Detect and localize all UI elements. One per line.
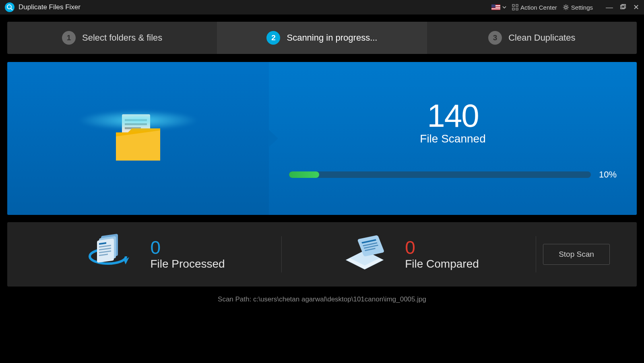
svg-rect-21 [97,238,114,263]
progress-percent: 10% [599,169,617,180]
progress-fill [289,171,319,178]
step-label: Select folders & files [82,33,162,43]
settings-button[interactable]: Settings [563,4,593,11]
step-number: 2 [266,31,280,45]
action-center-button[interactable]: Action Center [512,4,557,11]
svg-rect-9 [512,8,514,10]
minimize-button[interactable]: — [606,4,613,11]
progress-bar [289,171,591,178]
svg-rect-8 [516,4,518,6]
processed-label: File Processed [150,258,225,270]
stop-scan-button[interactable]: Stop Scan [543,244,610,265]
compared-label: File Compared [405,258,479,270]
gear-icon [563,4,569,10]
maximize-button[interactable] [620,4,626,11]
step-number: 3 [488,31,502,45]
processed-icon [84,232,136,276]
panel-arrow-icon [268,130,278,147]
svg-line-1 [11,8,12,10]
app-logo-icon [5,2,14,12]
svg-point-11 [565,6,567,8]
app-title: Duplicate Files Fixer [19,3,80,11]
chevron-down-icon [502,6,506,8]
files-scanned-count: 140 [427,97,478,134]
svg-rect-7 [512,4,514,6]
scan-glow-icon [78,110,198,130]
svg-rect-5 [491,8,500,9]
scan-path: Scan Path: c:\users\chetan agarwal\deskt… [7,295,637,303]
step-select-folders[interactable]: 1 Select folders & files [7,22,217,54]
files-scanned-label: File Scanned [420,132,485,145]
step-label: Clean Duplicates [508,33,575,43]
settings-label: Settings [571,4,593,11]
step-number: 1 [62,31,76,45]
action-center-label: Action Center [520,4,557,11]
svg-rect-10 [516,8,518,10]
language-selector[interactable] [491,4,506,10]
processed-value: 0 [150,238,225,257]
scan-panel: 140 File Scanned 10% [7,62,637,215]
scan-status-panel: 140 File Scanned 10% [269,62,637,215]
title-bar: Duplicate Files Fixer Action Center Sett… [0,0,644,14]
scan-path-value: c:\users\chetan agarwal\desktop\101canon… [253,295,426,303]
svg-point-0 [7,5,11,9]
compared-icon [339,232,391,276]
step-label: Scanning in progress... [287,33,377,43]
compared-value: 0 [405,238,479,257]
svg-rect-6 [491,4,495,8]
step-clean-duplicates[interactable]: 3 Clean Duplicates [427,22,637,54]
step-scanning[interactable]: 2 Scanning in progress... [217,22,427,54]
scan-path-prefix: Scan Path: [218,295,253,303]
scan-illustration-panel [7,62,269,215]
stat-files-processed: 0 File Processed [27,232,281,276]
wizard-steps: 1 Select folders & files 2 Scanning in p… [7,22,637,54]
stats-panel: 0 File Processed [7,222,637,287]
close-button[interactable]: ✕ [633,4,639,11]
grid-icon [512,4,518,10]
flag-us-icon [491,4,500,10]
stat-files-compared: 0 File Compared [282,232,536,276]
